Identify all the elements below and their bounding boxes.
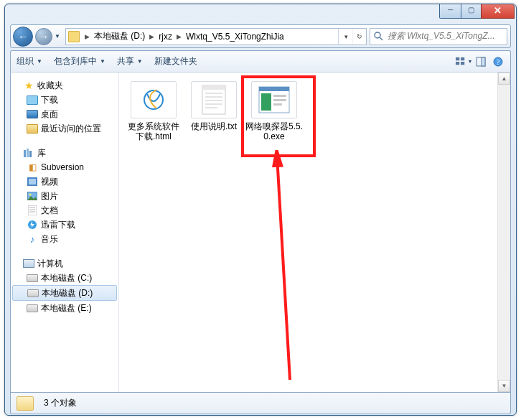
tree-item-recent[interactable]: 最近访问的位置 [11, 121, 118, 136]
star-icon: ★ [23, 80, 34, 91]
tree-item-drive-c[interactable]: 本地磁盘 (C:) [11, 271, 118, 285]
tree-group-libraries: 库 ◧Subversion 视频 图片 文档 迅雷下载 ♪音乐 [11, 146, 118, 246]
breadcrumb-item[interactable]: 本地磁盘 (D:) [93, 30, 146, 42]
drive-icon [27, 287, 39, 299]
share-menu[interactable]: 共享▼ [117, 55, 143, 67]
exe-file-icon [251, 81, 297, 118]
tree-item-downloads[interactable]: 下载 [11, 93, 118, 107]
help-button[interactable]: ? [490, 54, 506, 70]
scroll-down-button[interactable]: ▼ [498, 380, 510, 392]
refresh-button[interactable]: ↻ [352, 29, 366, 45]
computer-icon [23, 258, 34, 269]
tree-item-video[interactable]: 视频 [11, 174, 118, 189]
tree-label: 图片 [41, 190, 58, 202]
file-list-pane[interactable]: 更多系统软件下载.html 使用说明.txt 网络嗅探器5.5.0.exe [119, 73, 510, 392]
document-icon [27, 205, 38, 216]
close-button[interactable]: ✕ [481, 4, 515, 19]
file-item-txt[interactable]: 使用说明.txt [185, 81, 243, 141]
history-dropdown[interactable]: ▼ [52, 33, 62, 39]
tree-item-picture[interactable]: 图片 [11, 189, 118, 203]
tree-label: 本地磁盘 (E:) [41, 302, 92, 314]
tree-node-computer[interactable]: 计算机 [11, 256, 118, 271]
pane-resizer[interactable] [116, 73, 118, 392]
picture-icon [27, 190, 38, 202]
chevron-down-icon: ▼ [37, 58, 42, 65]
search-placeholder: 搜索 Wlxtq_V5.5_XiTongZ... [385, 30, 507, 42]
svg-rect-10 [24, 150, 26, 157]
navigation-pane[interactable]: ★ 收藏夹 下载 桌面 最近访问的位置 库 ◧Subversion 视频 图片 [11, 73, 119, 392]
music-icon: ♪ [27, 233, 38, 245]
back-button[interactable]: ← [13, 27, 33, 47]
arrow-right-icon: → [39, 32, 49, 42]
tree-item-subversion[interactable]: ◧Subversion [11, 160, 118, 174]
scroll-up-button[interactable]: ▲ [498, 73, 510, 85]
html-file-icon [131, 81, 177, 118]
file-item-exe[interactable]: 网络嗅探器5.5.0.exe [245, 81, 303, 141]
xunlei-icon [27, 219, 38, 230]
svg-rect-7 [482, 57, 485, 66]
forward-button[interactable]: → [35, 28, 52, 45]
svg-line-36 [277, 156, 290, 380]
svg-line-1 [380, 37, 382, 40]
download-folder-icon [27, 94, 38, 106]
svg-text:?: ? [497, 58, 500, 66]
status-bar: 3 个对象 [10, 393, 511, 414]
include-in-library-menu[interactable]: 包含到库中▼ [54, 55, 105, 67]
tree-item-music[interactable]: ♪音乐 [11, 232, 118, 246]
txt-file-icon [191, 81, 237, 118]
tree-node-favorites[interactable]: ★ 收藏夹 [11, 78, 118, 93]
video-icon [27, 176, 38, 187]
svg-rect-17 [28, 205, 37, 215]
preview-pane-button[interactable] [473, 54, 489, 70]
breadcrumb-sep: ▶ [82, 33, 93, 40]
tree-label: 库 [37, 147, 46, 159]
tree-item-drive-d[interactable]: 本地磁盘 (D:) [12, 285, 117, 301]
tree-label: 最近访问的位置 [41, 123, 101, 135]
address-bar[interactable]: ▶ 本地磁盘 (D:) ▶ rjxz ▶ Wlxtq_V5.5_XiTongZh… [65, 28, 367, 45]
svg-rect-14 [29, 179, 36, 185]
status-count: 3 个对象 [44, 397, 77, 409]
breadcrumb-sep: ▶ [174, 33, 184, 40]
maximize-button[interactable]: ▢ [461, 4, 482, 19]
tree-item-drive-e[interactable]: 本地磁盘 (E:) [11, 301, 118, 315]
new-folder-button[interactable]: 新建文件夹 [154, 55, 197, 67]
search-icon [373, 31, 385, 42]
folder-icon [68, 31, 80, 42]
tree-group-computer: 计算机 本地磁盘 (C:) 本地磁盘 (D:) 本地磁盘 (E:) [11, 256, 118, 315]
nav-bar: ← → ▼ ▶ 本地磁盘 (D:) ▶ rjxz ▶ Wlxtq_V5.5_Xi… [10, 24, 511, 48]
search-input[interactable]: 搜索 Wlxtq_V5.5_XiTongZ... [370, 28, 507, 45]
tree-label: 文档 [41, 205, 58, 217]
vertical-scrollbar[interactable]: ▲ ▼ [497, 73, 510, 392]
minimize-button[interactable]: ─ [439, 4, 461, 19]
file-label: 更多系统软件下载.html [125, 121, 182, 141]
preview-icon [476, 57, 486, 67]
svg-rect-32 [261, 93, 271, 111]
breadcrumb-sep: ▶ [146, 33, 157, 40]
tree-item-desktop[interactable]: 桌面 [11, 107, 118, 121]
organize-menu[interactable]: 组织▼ [17, 55, 42, 67]
tree-label: 本地磁盘 (C:) [41, 272, 92, 284]
view-options-button[interactable]: ▾ [456, 54, 471, 70]
view-icon [456, 57, 466, 67]
chevron-down-icon: ▼ [55, 33, 60, 39]
breadcrumb-item[interactable]: rjxz [157, 32, 174, 42]
svg-rect-34 [273, 99, 286, 101]
file-item-html[interactable]: 更多系统软件下载.html [125, 81, 182, 141]
folder-icon [17, 396, 34, 411]
tree-node-libraries[interactable]: 库 [11, 146, 118, 160]
help-icon: ? [493, 57, 503, 67]
command-toolbar: 组织▼ 包含到库中▼ 共享▼ 新建文件夹 ▾ ? [10, 50, 511, 72]
drive-icon [27, 302, 38, 314]
drive-icon [27, 272, 38, 284]
tree-item-xunlei[interactable]: 迅雷下载 [11, 218, 118, 232]
file-label: 使用说明.txt [185, 121, 243, 131]
svg-rect-2 [456, 57, 459, 60]
titlebar[interactable]: ─ ▢ ✕ [5, 4, 516, 24]
tree-item-document[interactable]: 文档 [11, 203, 118, 218]
svg-rect-3 [461, 57, 464, 60]
breadcrumb-item[interactable]: Wlxtq_V5.5_XiTongZhiJia [184, 32, 286, 42]
svg-point-16 [29, 194, 32, 196]
address-dropdown[interactable]: ▾ [339, 29, 352, 45]
recent-icon [27, 123, 38, 134]
explorer-body: ★ 收藏夹 下载 桌面 最近访问的位置 库 ◧Subversion 视频 图片 [10, 72, 511, 393]
